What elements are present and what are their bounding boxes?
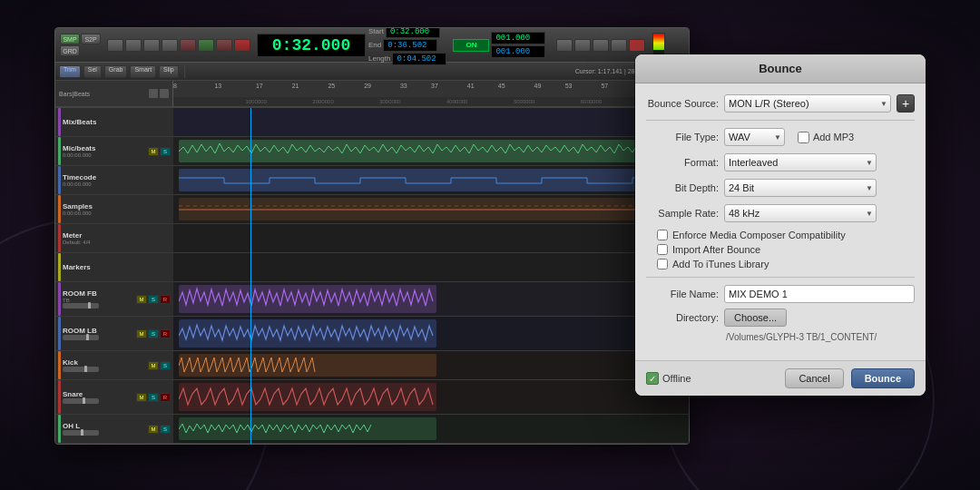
transport-loop-btn[interactable] [180,39,196,52]
sample-label-2: 2000000 [312,99,333,104]
transport-bar: SMP S2P GRD 0:32.000 Start 0:32.000 [55,28,689,63]
track-info: Kick [63,358,146,372]
directory-row: Directory: Choose... [646,309,915,327]
format-row: Format: Interleaved ▼ [646,153,915,172]
ruler-btn-1[interactable] [149,89,158,98]
transport-rec-btn[interactable] [234,39,250,52]
rec-btn[interactable]: R [160,329,171,338]
ruler-label-33: 33 [400,83,407,89]
ruler-label-49: 49 [534,83,542,89]
mute-btn[interactable]: M [148,361,159,370]
track-item: ROOM LB M S R [55,317,173,351]
sample-rate-select-wrapper: 48 kHz ▼ [724,204,877,222]
end-label: End [368,40,381,50]
tool-grab[interactable]: Grab [104,65,128,78]
mode-btn-s2p[interactable]: S2P [81,34,101,44]
dialog-title: Bounce [646,62,915,75]
itunes-label: Add To iTunes Library [672,259,769,270]
track-name: Markers [63,263,171,271]
mute-btn[interactable]: M [148,425,159,434]
transport-stop-btn[interactable] [216,39,232,52]
end-counter[interactable]: 0:36.502 [383,39,437,52]
track-info: Mic/beats 0:00:00.000 [63,144,146,158]
extra-btn-1[interactable] [556,39,573,52]
mute-btn[interactable]: M [148,147,159,156]
track-wave-ohr[interactable] [173,444,689,445]
solo-btn[interactable]: S [160,425,171,434]
mute-btn[interactable]: M [136,295,147,304]
length-counter[interactable]: 0:04.502 [392,53,446,65]
directory-path: /Volumes/GLYPH-3 TB/1_CONTENT/ [646,332,915,342]
wave-clip [179,140,684,162]
fader[interactable] [63,398,99,404]
solo-btn[interactable]: S [148,393,159,402]
format-select[interactable]: Interleaved [724,153,877,172]
track-controls: M S [148,361,171,370]
track-info: Timecode 0:00:00.000 [63,173,171,187]
mode-btn-smp[interactable]: SMP [60,34,80,44]
waveform-svg [179,140,684,162]
transport-ff-btn[interactable] [162,39,178,52]
mute-btn[interactable]: M [136,329,147,338]
add-source-btn[interactable]: + [897,94,915,113]
track-info: Samples 0:00:00.000 [63,202,171,216]
rec-btn-2[interactable] [629,39,645,52]
track-sub: 0:00:00.000 [63,181,171,187]
choose-directory-btn[interactable]: Choose... [724,309,787,327]
track-info: Mix/Beats [63,118,171,126]
import-checkbox-row: Import After Bounce [646,244,915,255]
track-name: Kick [63,358,146,367]
add-mp3-checkbox[interactable] [798,132,809,143]
ruler-btn-2[interactable] [160,89,169,98]
mute-btn[interactable]: M [136,393,147,402]
tool-smart[interactable]: Smart [130,65,156,78]
counter-2[interactable]: 001.000 [491,45,545,58]
track-item: Kick M S [55,351,173,380]
format-label: Format: [646,157,719,168]
extra-btn-4[interactable] [611,39,627,52]
transport-rew-btn[interactable] [143,39,160,52]
start-counter[interactable]: 0:32.000 [386,27,440,38]
sample-rate-select[interactable]: 48 kHz [724,204,877,222]
solo-btn[interactable]: S [160,147,171,156]
solo-btn[interactable]: S [148,295,159,304]
file-name-input[interactable] [724,285,915,303]
tool-trim[interactable]: Trim [59,65,81,78]
dialog-body: Bounce Source: MON L/R (Stereo) ▼ + File… [635,83,926,360]
enforce-checkbox[interactable] [657,230,668,240]
solo-btn[interactable]: S [160,361,171,370]
dialog-footer: Offline Cancel Bounce [635,360,926,396]
tool-slip[interactable]: Slip [159,65,179,78]
itunes-checkbox[interactable] [657,259,668,270]
cancel-button[interactable]: Cancel [785,368,843,388]
fader[interactable] [63,430,99,436]
transport-end-btn[interactable] [125,39,142,52]
counter-1[interactable]: 001.000 [491,32,545,44]
extra-btn-2[interactable] [574,39,591,52]
bit-depth-select[interactable]: 24 Bit [724,179,877,197]
file-type-select[interactable]: WAV [724,128,785,146]
import-checkbox[interactable] [657,244,668,255]
time-display: 0:32.000 [257,34,366,57]
bounce-button[interactable]: Bounce [851,368,915,388]
track-sub: 0:00:00.000 [63,211,171,216]
track-info: Snare [63,390,134,404]
waveform-area[interactable] [173,108,689,445]
track-item: Samples 0:00:00.000 [55,195,173,224]
tool-selector[interactable]: Sel [83,65,102,78]
solo-btn[interactable]: S [148,329,159,338]
transport-play-btn[interactable] [198,39,214,52]
fader[interactable] [63,335,99,340]
track-controls: M S [148,425,171,434]
track-list: Mix/Beats Mic/beats 0:00:00.000 M S [55,108,173,445]
fader[interactable] [63,303,99,309]
ruler-content[interactable]: 8 13 17 21 25 29 33 37 41 45 49 53 57 61… [173,81,689,107]
start-label: Start [368,27,384,36]
fader[interactable] [63,367,99,372]
bounce-source-select[interactable]: MON L/R (Stereo) [724,94,891,113]
extra-btn-3[interactable] [593,39,609,52]
mode-btn-grd[interactable]: GRD [60,45,80,56]
rec-btn[interactable]: R [160,393,171,402]
transport-rtz-btn[interactable] [107,39,123,52]
rec-btn[interactable]: R [160,295,171,304]
